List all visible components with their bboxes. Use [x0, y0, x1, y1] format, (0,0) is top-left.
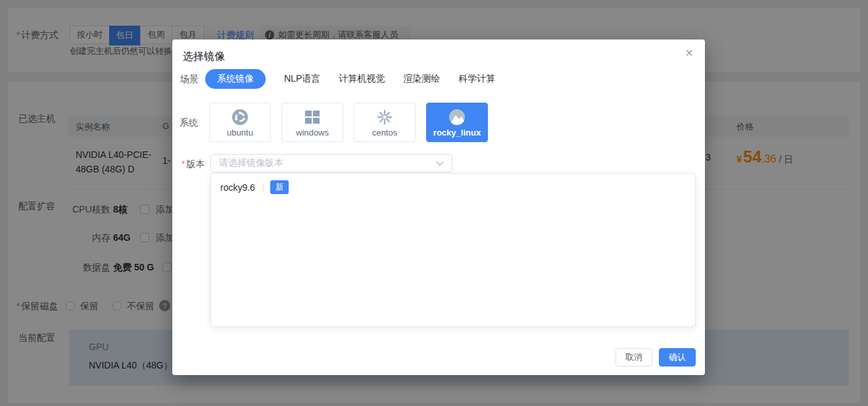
version-option-rocky96[interactable]: rocky9.6 | 新 [211, 174, 695, 201]
tab-scientific-computing[interactable]: 科学计算 [458, 69, 495, 89]
chevron-down-icon [436, 159, 444, 168]
scene-tabs: 系统镜像 NLP语言 计算机视觉 渲染测绘 科学计算 [205, 69, 495, 89]
os-card-label: windows [296, 128, 329, 138]
confirm-button[interactable]: 确认 [659, 348, 696, 367]
os-card-label: centos [372, 128, 397, 138]
rocky-linux-icon [448, 108, 466, 126]
modal-title: 选择镜像 [183, 50, 225, 64]
tab-nlp[interactable]: NLP语言 [284, 69, 320, 89]
windows-icon [303, 108, 322, 126]
version-option-name: rocky9.6 [220, 182, 255, 193]
ubuntu-icon [231, 108, 249, 126]
page: *计费方式 按小时 包日 包周 包月 计费规则 i 如需更长周期，请联系客服人员… [0, 0, 868, 406]
os-card-centos[interactable]: centos [354, 103, 416, 142]
tab-render-survey[interactable]: 渲染测绘 [403, 69, 440, 89]
close-icon[interactable]: × [685, 46, 693, 59]
os-card-label: rocky_linux [433, 128, 481, 138]
version-dropdown-panel: rocky9.6 | 新 [210, 173, 696, 327]
os-card-label: ubuntu [227, 128, 253, 138]
version-select-placeholder: 请选择镜像版本 [219, 157, 436, 169]
os-card-row: ubuntu windows [209, 103, 488, 142]
os-card-rocky-linux[interactable]: rocky_linux [426, 103, 488, 142]
modal-footer: 取消 确认 [615, 348, 696, 367]
os-card-ubuntu[interactable]: ubuntu [209, 103, 271, 142]
cancel-button[interactable]: 取消 [615, 348, 652, 367]
system-label: 系统 [180, 117, 198, 129]
required-asterisk: * [181, 159, 185, 169]
select-image-modal: 选择镜像 × 场景 系统镜像 NLP语言 计算机视觉 渲染测绘 科学计算 系统 [172, 39, 705, 375]
version-option-separator: | [262, 182, 264, 192]
tab-computer-vision[interactable]: 计算机视觉 [339, 69, 385, 89]
os-card-windows[interactable]: windows [281, 103, 343, 142]
version-label: *版本 [181, 159, 205, 170]
centos-icon [375, 108, 394, 126]
version-select[interactable]: 请选择镜像版本 [210, 154, 452, 172]
new-badge: 新 [270, 180, 289, 194]
tab-system-image[interactable]: 系统镜像 [205, 69, 266, 89]
scene-label: 场景 [180, 74, 199, 86]
